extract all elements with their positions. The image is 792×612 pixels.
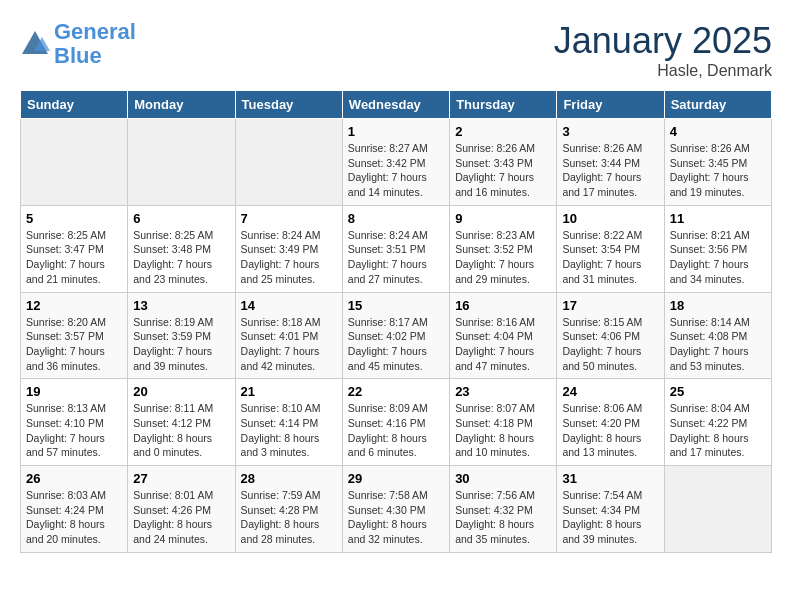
location: Hasle, Denmark — [554, 62, 772, 80]
header-day-tuesday: Tuesday — [235, 91, 342, 119]
day-info: Sunrise: 8:25 AMSunset: 3:47 PMDaylight:… — [26, 228, 122, 287]
week-row-3: 12Sunrise: 8:20 AMSunset: 3:57 PMDayligh… — [21, 292, 772, 379]
day-number: 1 — [348, 124, 444, 139]
day-number: 4 — [670, 124, 766, 139]
day-number: 24 — [562, 384, 658, 399]
calendar-cell: 1Sunrise: 8:27 AMSunset: 3:42 PMDaylight… — [342, 119, 449, 206]
day-number: 22 — [348, 384, 444, 399]
day-number: 16 — [455, 298, 551, 313]
day-number: 12 — [26, 298, 122, 313]
calendar-cell: 3Sunrise: 8:26 AMSunset: 3:44 PMDaylight… — [557, 119, 664, 206]
day-number: 2 — [455, 124, 551, 139]
header-row: SundayMondayTuesdayWednesdayThursdayFrid… — [21, 91, 772, 119]
calendar-cell: 14Sunrise: 8:18 AMSunset: 4:01 PMDayligh… — [235, 292, 342, 379]
week-row-2: 5Sunrise: 8:25 AMSunset: 3:47 PMDaylight… — [21, 205, 772, 292]
day-number: 19 — [26, 384, 122, 399]
day-number: 26 — [26, 471, 122, 486]
day-number: 10 — [562, 211, 658, 226]
day-info: Sunrise: 8:23 AMSunset: 3:52 PMDaylight:… — [455, 228, 551, 287]
day-number: 21 — [241, 384, 337, 399]
day-number: 7 — [241, 211, 337, 226]
calendar-table: SundayMondayTuesdayWednesdayThursdayFrid… — [20, 90, 772, 553]
day-number: 15 — [348, 298, 444, 313]
day-number: 18 — [670, 298, 766, 313]
day-info: Sunrise: 8:21 AMSunset: 3:56 PMDaylight:… — [670, 228, 766, 287]
calendar-cell: 15Sunrise: 8:17 AMSunset: 4:02 PMDayligh… — [342, 292, 449, 379]
day-info: Sunrise: 8:06 AMSunset: 4:20 PMDaylight:… — [562, 401, 658, 460]
calendar-cell: 27Sunrise: 8:01 AMSunset: 4:26 PMDayligh… — [128, 466, 235, 553]
day-info: Sunrise: 8:07 AMSunset: 4:18 PMDaylight:… — [455, 401, 551, 460]
day-number: 5 — [26, 211, 122, 226]
calendar-cell: 25Sunrise: 8:04 AMSunset: 4:22 PMDayligh… — [664, 379, 771, 466]
day-info: Sunrise: 8:25 AMSunset: 3:48 PMDaylight:… — [133, 228, 229, 287]
calendar-cell — [235, 119, 342, 206]
logo-text: General Blue — [54, 20, 136, 68]
day-info: Sunrise: 8:09 AMSunset: 4:16 PMDaylight:… — [348, 401, 444, 460]
day-info: Sunrise: 8:27 AMSunset: 3:42 PMDaylight:… — [348, 141, 444, 200]
day-number: 30 — [455, 471, 551, 486]
day-number: 9 — [455, 211, 551, 226]
title-block: January 2025 Hasle, Denmark — [554, 20, 772, 80]
calendar-cell: 19Sunrise: 8:13 AMSunset: 4:10 PMDayligh… — [21, 379, 128, 466]
day-info: Sunrise: 7:56 AMSunset: 4:32 PMDaylight:… — [455, 488, 551, 547]
header-day-thursday: Thursday — [450, 91, 557, 119]
day-number: 27 — [133, 471, 229, 486]
day-number: 17 — [562, 298, 658, 313]
day-number: 20 — [133, 384, 229, 399]
day-info: Sunrise: 8:24 AMSunset: 3:49 PMDaylight:… — [241, 228, 337, 287]
day-info: Sunrise: 8:20 AMSunset: 3:57 PMDaylight:… — [26, 315, 122, 374]
calendar-cell: 11Sunrise: 8:21 AMSunset: 3:56 PMDayligh… — [664, 205, 771, 292]
header-day-sunday: Sunday — [21, 91, 128, 119]
day-number: 3 — [562, 124, 658, 139]
day-info: Sunrise: 8:10 AMSunset: 4:14 PMDaylight:… — [241, 401, 337, 460]
day-number: 25 — [670, 384, 766, 399]
week-row-5: 26Sunrise: 8:03 AMSunset: 4:24 PMDayligh… — [21, 466, 772, 553]
calendar-cell — [664, 466, 771, 553]
calendar-cell: 16Sunrise: 8:16 AMSunset: 4:04 PMDayligh… — [450, 292, 557, 379]
day-info: Sunrise: 8:15 AMSunset: 4:06 PMDaylight:… — [562, 315, 658, 374]
calendar-cell: 26Sunrise: 8:03 AMSunset: 4:24 PMDayligh… — [21, 466, 128, 553]
calendar-cell: 17Sunrise: 8:15 AMSunset: 4:06 PMDayligh… — [557, 292, 664, 379]
day-info: Sunrise: 8:18 AMSunset: 4:01 PMDaylight:… — [241, 315, 337, 374]
day-info: Sunrise: 7:54 AMSunset: 4:34 PMDaylight:… — [562, 488, 658, 547]
calendar-cell: 12Sunrise: 8:20 AMSunset: 3:57 PMDayligh… — [21, 292, 128, 379]
day-info: Sunrise: 8:26 AMSunset: 3:43 PMDaylight:… — [455, 141, 551, 200]
calendar-cell: 24Sunrise: 8:06 AMSunset: 4:20 PMDayligh… — [557, 379, 664, 466]
day-number: 6 — [133, 211, 229, 226]
logo: General Blue — [20, 20, 136, 68]
day-info: Sunrise: 8:17 AMSunset: 4:02 PMDaylight:… — [348, 315, 444, 374]
calendar-cell: 4Sunrise: 8:26 AMSunset: 3:45 PMDaylight… — [664, 119, 771, 206]
day-number: 29 — [348, 471, 444, 486]
header-day-saturday: Saturday — [664, 91, 771, 119]
day-number: 31 — [562, 471, 658, 486]
day-info: Sunrise: 8:26 AMSunset: 3:44 PMDaylight:… — [562, 141, 658, 200]
day-info: Sunrise: 7:59 AMSunset: 4:28 PMDaylight:… — [241, 488, 337, 547]
calendar-cell: 7Sunrise: 8:24 AMSunset: 3:49 PMDaylight… — [235, 205, 342, 292]
week-row-4: 19Sunrise: 8:13 AMSunset: 4:10 PMDayligh… — [21, 379, 772, 466]
calendar-cell: 6Sunrise: 8:25 AMSunset: 3:48 PMDaylight… — [128, 205, 235, 292]
day-number: 11 — [670, 211, 766, 226]
calendar-cell: 9Sunrise: 8:23 AMSunset: 3:52 PMDaylight… — [450, 205, 557, 292]
day-info: Sunrise: 8:22 AMSunset: 3:54 PMDaylight:… — [562, 228, 658, 287]
day-number: 13 — [133, 298, 229, 313]
calendar-cell: 2Sunrise: 8:26 AMSunset: 3:43 PMDaylight… — [450, 119, 557, 206]
day-number: 23 — [455, 384, 551, 399]
calendar-cell: 10Sunrise: 8:22 AMSunset: 3:54 PMDayligh… — [557, 205, 664, 292]
calendar-cell: 22Sunrise: 8:09 AMSunset: 4:16 PMDayligh… — [342, 379, 449, 466]
calendar-cell — [21, 119, 128, 206]
day-info: Sunrise: 8:01 AMSunset: 4:26 PMDaylight:… — [133, 488, 229, 547]
header-day-wednesday: Wednesday — [342, 91, 449, 119]
calendar-cell: 28Sunrise: 7:59 AMSunset: 4:28 PMDayligh… — [235, 466, 342, 553]
day-info: Sunrise: 8:13 AMSunset: 4:10 PMDaylight:… — [26, 401, 122, 460]
calendar-cell: 5Sunrise: 8:25 AMSunset: 3:47 PMDaylight… — [21, 205, 128, 292]
day-info: Sunrise: 7:58 AMSunset: 4:30 PMDaylight:… — [348, 488, 444, 547]
day-number: 28 — [241, 471, 337, 486]
calendar-cell: 23Sunrise: 8:07 AMSunset: 4:18 PMDayligh… — [450, 379, 557, 466]
day-info: Sunrise: 8:04 AMSunset: 4:22 PMDaylight:… — [670, 401, 766, 460]
header-day-monday: Monday — [128, 91, 235, 119]
day-number: 14 — [241, 298, 337, 313]
day-info: Sunrise: 8:26 AMSunset: 3:45 PMDaylight:… — [670, 141, 766, 200]
calendar-cell: 31Sunrise: 7:54 AMSunset: 4:34 PMDayligh… — [557, 466, 664, 553]
logo-icon — [20, 29, 50, 59]
page-header: General Blue January 2025 Hasle, Denmark — [20, 20, 772, 80]
